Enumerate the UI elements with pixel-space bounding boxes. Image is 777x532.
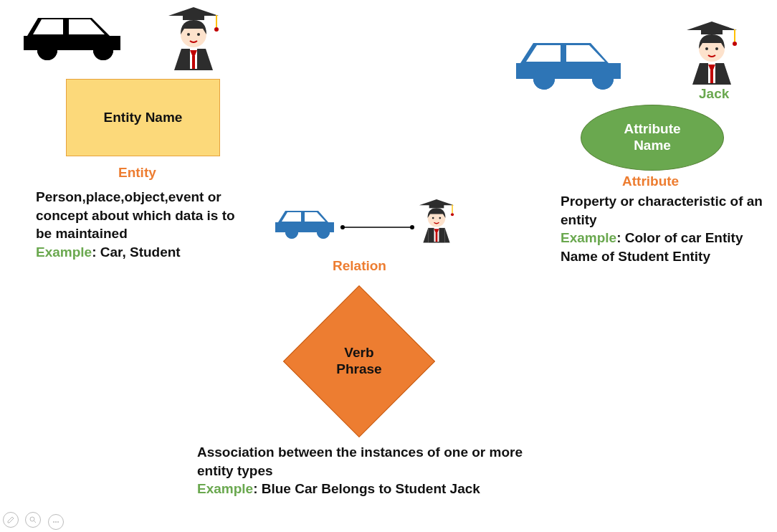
svg-rect-25	[436, 233, 438, 242]
relation-student-icon	[414, 192, 459, 249]
svg-point-47	[733, 42, 737, 46]
attribute-car-icon	[505, 27, 632, 98]
entity-box-label: Entity Name	[104, 110, 183, 125]
car-black-icon	[13, 4, 131, 71]
relation-heading: Relation	[333, 258, 386, 274]
entity-name-box: Entity Name	[66, 79, 220, 156]
svg-marker-37	[724, 63, 731, 85]
svg-point-32	[451, 213, 454, 216]
svg-point-18	[340, 225, 345, 229]
attribute-description: Property or characteristic of an entity	[561, 194, 763, 227]
svg-point-43	[715, 47, 718, 50]
svg-point-9	[187, 33, 190, 36]
svg-point-1	[93, 40, 113, 60]
svg-rect-40	[710, 70, 713, 83]
relation-example-label: Example	[197, 481, 253, 496]
more-icon[interactable]	[48, 514, 64, 530]
attribute-heading: Attribute	[622, 174, 679, 189]
svg-marker-36	[692, 63, 700, 85]
svg-marker-45	[687, 22, 737, 30]
svg-point-14	[214, 27, 219, 32]
attribute-student-icon	[680, 14, 744, 89]
entity-description-block: Person,place,object,event or concept abo…	[36, 188, 247, 262]
entity-example-text: : Car, Student	[92, 244, 181, 260]
svg-point-52	[57, 521, 59, 523]
svg-point-15	[285, 226, 298, 239]
svg-point-33	[533, 68, 555, 90]
svg-point-48	[30, 517, 34, 521]
attribute-jack-label: Jack	[699, 86, 729, 102]
svg-point-42	[705, 47, 708, 50]
svg-marker-4	[206, 49, 213, 70]
svg-line-49	[34, 521, 37, 523]
svg-marker-30	[419, 199, 454, 205]
attribute-description-block: Property or characteristic of an entity …	[561, 192, 768, 266]
attribute-ellipse: AttributeName	[581, 105, 724, 171]
entity-heading: Entity	[118, 165, 156, 181]
pen-icon[interactable]	[3, 512, 19, 528]
svg-point-51	[55, 521, 57, 523]
svg-point-10	[197, 33, 200, 36]
svg-point-16	[317, 226, 330, 239]
svg-point-28	[439, 217, 441, 219]
relation-diamond-label: VerbPhrase	[336, 345, 381, 378]
relation-example-text: : Blue Car Belongs to Student Jack	[253, 481, 480, 496]
relation-description-block: Association between the instances of one…	[197, 443, 534, 498]
svg-point-27	[432, 217, 434, 219]
relation-diamond: VerbPhrase	[283, 285, 435, 437]
svg-point-0	[37, 40, 57, 60]
attribute-example-label: Example	[561, 230, 616, 245]
svg-point-50	[53, 521, 54, 523]
relation-description: Association between the instances of one…	[197, 445, 523, 478]
svg-point-34	[592, 68, 614, 90]
entity-description: Person,place,object,event or concept abo…	[36, 189, 235, 241]
relation-line	[340, 221, 419, 234]
svg-marker-3	[174, 49, 181, 70]
attribute-ellipse-label: AttributeName	[624, 121, 680, 154]
bottom-toolbar	[3, 512, 67, 530]
entity-example-label: Example	[36, 244, 92, 260]
svg-marker-21	[423, 228, 428, 243]
student-large-icon	[161, 0, 226, 75]
svg-marker-12	[168, 7, 219, 16]
zoom-icon[interactable]	[25, 512, 41, 528]
svg-marker-22	[445, 228, 450, 243]
svg-rect-7	[192, 56, 195, 69]
relation-car-icon	[270, 202, 340, 247]
